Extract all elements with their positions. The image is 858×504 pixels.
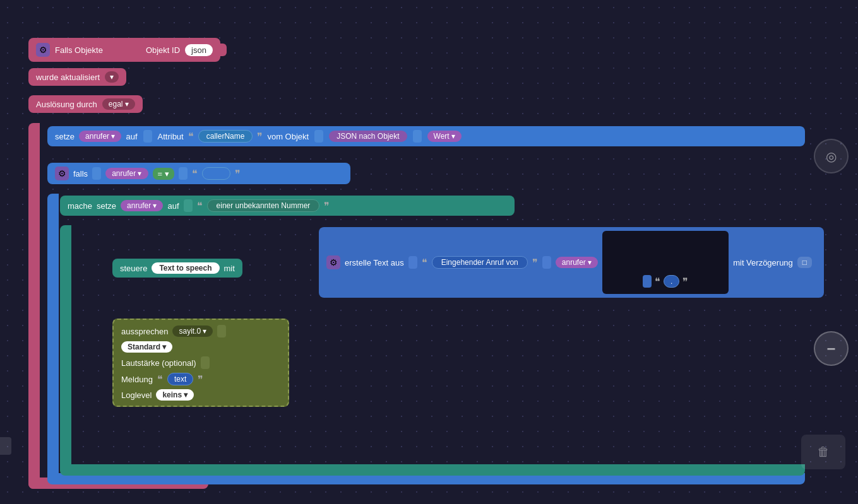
quote-close-2: ❞	[235, 168, 241, 180]
quote-close-5: ❞	[682, 276, 688, 288]
connector-piece-9	[643, 275, 652, 288]
connector-piece-7	[408, 256, 417, 269]
connector-piece-1	[143, 130, 152, 143]
falls-objekte-label: Falls Objekte	[55, 45, 103, 55]
blue-left-bar	[47, 194, 59, 484]
gear-icon-2: ⚙	[55, 167, 69, 180]
falls-block: ⚙ falls anrufer ▾ = ▾ ❝ ❞	[47, 163, 350, 184]
caller-name-badge[interactable]: callerName	[198, 130, 253, 143]
eingehender-anruf-badge[interactable]: Eingehender Anruf von	[432, 256, 528, 269]
anrufer-badge-3[interactable]: anrufer ▾	[121, 200, 163, 211]
objekt-id-label: Objekt ID	[146, 45, 180, 55]
standard-badge[interactable]: Standard ▾	[121, 341, 172, 353]
meldung-row: Meldung ❝ text ❞	[121, 373, 280, 385]
sayit-badge[interactable]: sayit.0 ▾	[172, 325, 213, 337]
dot-row: ❝ . ❞	[643, 275, 688, 288]
anrufer-badge-4[interactable]: anrufer ▾	[556, 257, 598, 268]
quote-close-6: ❞	[198, 373, 203, 385]
mit-verzogerung-label: mit Verzögerung	[733, 258, 793, 267]
aussprechen-label: aussprechen	[121, 327, 168, 336]
connector-piece-2	[314, 130, 323, 143]
dark-block: ❝ . ❞	[602, 231, 729, 294]
lautstarke-row: Lautstärke (optional)	[121, 356, 280, 369]
attribut-label: Attribut	[158, 132, 184, 141]
connector-right	[219, 44, 227, 56]
erstelle-text-label: erstelle Text aus	[345, 258, 404, 267]
connector-piece-4	[92, 167, 101, 180]
aussprechen-row: aussprechen sayit.0 ▾	[121, 325, 280, 337]
gear-icon-3: ⚙	[326, 255, 340, 269]
equals-badge: = ▾	[153, 168, 174, 180]
connector-lautstarke	[201, 356, 210, 369]
loglevel-label: Loglevel	[121, 390, 152, 400]
quote-open-3: ❝	[197, 200, 203, 212]
text-to-speech-badge[interactable]: Text to speech	[152, 262, 219, 274]
wurde-aktualisiert-block: wurde aktualisiert ▾	[28, 68, 126, 86]
anrufer-badge-1[interactable]: anrufer ▾	[79, 131, 121, 142]
meldung-label: Meldung	[121, 375, 153, 384]
teal-left-bar	[60, 225, 71, 474]
unbekannte-nummer-badge[interactable]: einer unbekannten Nummer	[207, 199, 320, 212]
pink-left-bar	[28, 123, 40, 489]
quote-open-5: ❝	[655, 276, 660, 288]
mache-block: mache setze anrufer ▾ auf ❝ einer unbeka…	[60, 196, 515, 216]
zoom-compass[interactable]: ◎	[814, 139, 849, 173]
zoom-minus-btn[interactable]: −	[814, 331, 849, 366]
dropdown-arrow[interactable]: ▾	[105, 71, 119, 83]
setze-label: setze	[55, 132, 74, 141]
quote-close-3: ❞	[324, 200, 330, 212]
auf-label-1: auf	[126, 132, 137, 141]
json-nach-objekt-badge[interactable]: JSON nach Objekt	[329, 131, 407, 142]
lautstarke-label: Lautstärke (optional)	[121, 358, 196, 368]
quote-open-2: ❝	[192, 168, 198, 180]
mache-label: mache	[68, 201, 92, 211]
egal-badge[interactable]: egal ▾	[102, 98, 135, 110]
connector-piece-3	[413, 130, 422, 143]
falls-objekte-block: ⚙ Falls Objekte Objekt ID json	[28, 38, 220, 62]
wert-badge[interactable]: Wert ▾	[427, 131, 462, 142]
vom-objekt-label: vom Objekt	[267, 132, 309, 141]
empty-string-field[interactable]	[202, 167, 230, 180]
left-edge-bar[interactable]	[0, 437, 11, 455]
dot-badge[interactable]: .	[664, 275, 679, 288]
mit-label: mit	[224, 264, 235, 273]
verzogerung-toggle[interactable]: □	[797, 257, 812, 268]
steuere-block: steuere Text to speech mit	[112, 259, 242, 278]
quote-close-4: ❞	[532, 257, 538, 269]
keins-badge[interactable]: keins ▾	[156, 389, 194, 401]
wurde-aktualisiert-label: wurde aktualisiert	[36, 73, 100, 82]
auf-label-2: auf	[167, 201, 179, 211]
connector-piece-6	[184, 199, 193, 212]
aussprechen-block: aussprechen sayit.0 ▾ Standard ▾ Lautstä…	[112, 319, 289, 407]
connector-piece-5	[179, 167, 188, 180]
quote-open-4: ❝	[422, 257, 427, 269]
erstelle-text-block: ⚙ erstelle Text aus ❝ Eingehender Anruf …	[319, 227, 824, 298]
quote-open-1: ❝	[188, 131, 194, 143]
standard-row: Standard ▾	[121, 341, 280, 353]
quote-open-6: ❝	[157, 373, 163, 385]
loglevel-row: Loglevel keins ▾	[121, 389, 280, 401]
connector-right-2	[217, 325, 226, 337]
auslosung-label: Auslösung durch	[36, 100, 97, 109]
teal-bottom-bar	[60, 464, 805, 476]
anrufer-badge-2[interactable]: anrufer ▾	[105, 168, 148, 179]
gear-icon: ⚙	[36, 43, 50, 57]
trash-btn[interactable]: 🗑	[801, 435, 845, 469]
auslosung-block: Auslösung durch egal ▾	[28, 95, 143, 113]
canvas: ⚙ Falls Objekte Objekt ID json wurde akt…	[0, 0, 858, 504]
falls-label: falls	[73, 169, 88, 179]
json-badge[interactable]: json	[185, 44, 213, 56]
steuere-label: steuere	[120, 264, 147, 273]
setze-block: setze anrufer ▾ auf Attribut ❝ callerNam…	[47, 126, 805, 146]
text-badge[interactable]: text	[167, 373, 193, 385]
setze-label-2: setze	[97, 201, 116, 211]
quote-close-1: ❞	[257, 131, 263, 143]
connector-piece-8	[542, 256, 551, 269]
